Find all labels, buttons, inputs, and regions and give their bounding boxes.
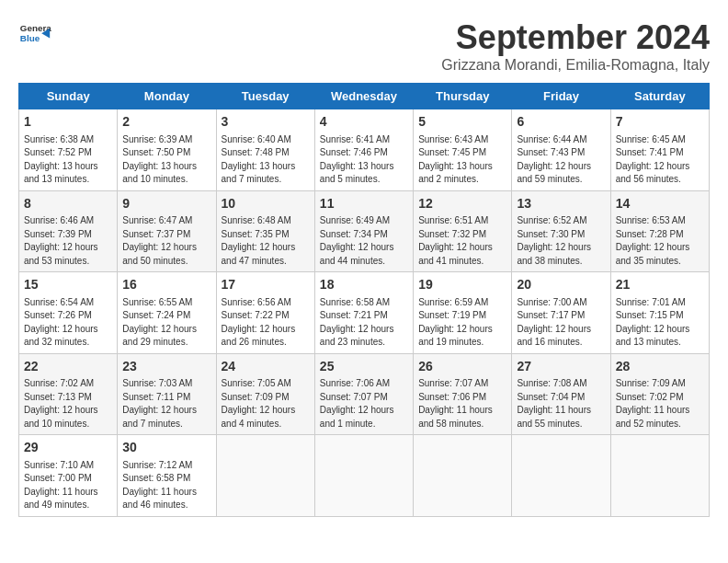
day-info: Sunrise: 7:05 AM Sunset: 7:09 PM Dayligh… xyxy=(222,377,310,431)
day-info: Sunrise: 7:08 AM Sunset: 7:04 PM Dayligh… xyxy=(517,377,605,431)
day-number: 11 xyxy=(320,195,408,213)
day-number: 13 xyxy=(517,195,605,213)
day-info: Sunrise: 6:39 AM Sunset: 7:50 PM Dayligh… xyxy=(122,133,210,187)
week-row-1: 1Sunrise: 6:38 AM Sunset: 7:52 PM Daylig… xyxy=(19,109,710,191)
day-info: Sunrise: 6:53 AM Sunset: 7:28 PM Dayligh… xyxy=(616,214,704,268)
day-info: Sunrise: 6:59 AM Sunset: 7:19 PM Dayligh… xyxy=(418,296,506,350)
day-info: Sunrise: 6:49 AM Sunset: 7:34 PM Dayligh… xyxy=(320,214,408,268)
day-info: Sunrise: 6:58 AM Sunset: 7:21 PM Dayligh… xyxy=(320,296,408,350)
calendar-cell: 21Sunrise: 7:01 AM Sunset: 7:15 PM Dayli… xyxy=(610,272,709,354)
day-number: 10 xyxy=(222,195,310,213)
day-info: Sunrise: 6:40 AM Sunset: 7:48 PM Dayligh… xyxy=(222,133,310,187)
day-number: 9 xyxy=(122,195,210,213)
calendar-cell: 9Sunrise: 6:47 AM Sunset: 7:37 PM Daylig… xyxy=(118,190,216,272)
day-number: 6 xyxy=(517,113,605,132)
day-number: 3 xyxy=(222,113,310,132)
calendar-cell: 18Sunrise: 6:58 AM Sunset: 7:21 PM Dayli… xyxy=(314,272,413,354)
day-number: 30 xyxy=(122,439,210,457)
calendar-cell: 24Sunrise: 7:05 AM Sunset: 7:09 PM Dayli… xyxy=(216,353,314,435)
logo-icon: General Blue xyxy=(18,18,51,52)
calendar-cell: 6Sunrise: 6:44 AM Sunset: 7:43 PM Daylig… xyxy=(512,109,610,191)
day-info: Sunrise: 6:45 AM Sunset: 7:41 PM Dayligh… xyxy=(616,133,704,187)
calendar-cell: 12Sunrise: 6:51 AM Sunset: 7:32 PM Dayli… xyxy=(414,190,512,272)
svg-text:Blue: Blue xyxy=(20,33,40,43)
title-block: September 2024 Grizzana Morandi, Emilia-… xyxy=(441,18,710,74)
day-number: 24 xyxy=(222,358,310,376)
day-info: Sunrise: 7:10 AM Sunset: 7:00 PM Dayligh… xyxy=(24,459,112,512)
calendar-cell: 19Sunrise: 6:59 AM Sunset: 7:19 PM Dayli… xyxy=(414,272,512,354)
page-header: General Blue September 2024 Grizzana Mor… xyxy=(18,18,710,74)
day-number: 12 xyxy=(418,195,506,213)
calendar-cell: 15Sunrise: 6:54 AM Sunset: 7:26 PM Dayli… xyxy=(19,272,118,354)
weekday-header-sunday: Sunday xyxy=(19,84,118,109)
week-row-2: 8Sunrise: 6:46 AM Sunset: 7:39 PM Daylig… xyxy=(19,190,710,272)
calendar-cell: 20Sunrise: 7:00 AM Sunset: 7:17 PM Dayli… xyxy=(512,272,610,354)
day-info: Sunrise: 6:52 AM Sunset: 7:30 PM Dayligh… xyxy=(517,214,605,268)
day-info: Sunrise: 6:44 AM Sunset: 7:43 PM Dayligh… xyxy=(517,133,605,187)
day-number: 26 xyxy=(418,358,506,376)
day-number: 8 xyxy=(24,195,112,213)
weekday-header-monday: Monday xyxy=(118,84,216,109)
week-row-3: 15Sunrise: 6:54 AM Sunset: 7:26 PM Dayli… xyxy=(19,272,710,354)
day-info: Sunrise: 7:12 AM Sunset: 6:58 PM Dayligh… xyxy=(122,459,210,512)
day-number: 23 xyxy=(122,358,210,376)
calendar-cell xyxy=(216,435,314,517)
day-info: Sunrise: 7:00 AM Sunset: 7:17 PM Dayligh… xyxy=(517,296,605,350)
day-info: Sunrise: 6:48 AM Sunset: 7:35 PM Dayligh… xyxy=(222,214,310,268)
day-info: Sunrise: 6:47 AM Sunset: 7:37 PM Dayligh… xyxy=(122,214,210,268)
day-number: 15 xyxy=(24,276,112,294)
day-info: Sunrise: 7:09 AM Sunset: 7:02 PM Dayligh… xyxy=(616,377,704,431)
day-info: Sunrise: 6:43 AM Sunset: 7:45 PM Dayligh… xyxy=(418,133,506,187)
day-info: Sunrise: 7:03 AM Sunset: 7:11 PM Dayligh… xyxy=(122,377,210,431)
day-number: 19 xyxy=(418,276,506,294)
day-number: 16 xyxy=(122,276,210,294)
day-info: Sunrise: 6:46 AM Sunset: 7:39 PM Dayligh… xyxy=(24,214,112,268)
calendar-cell: 2Sunrise: 6:39 AM Sunset: 7:50 PM Daylig… xyxy=(118,109,216,191)
day-info: Sunrise: 7:01 AM Sunset: 7:15 PM Dayligh… xyxy=(616,296,704,350)
weekday-header-saturday: Saturday xyxy=(610,84,709,109)
day-info: Sunrise: 6:41 AM Sunset: 7:46 PM Dayligh… xyxy=(320,133,408,187)
day-number: 20 xyxy=(517,276,605,294)
calendar-cell: 16Sunrise: 6:55 AM Sunset: 7:24 PM Dayli… xyxy=(118,272,216,354)
week-row-4: 22Sunrise: 7:02 AM Sunset: 7:13 PM Dayli… xyxy=(19,353,710,435)
calendar-cell: 8Sunrise: 6:46 AM Sunset: 7:39 PM Daylig… xyxy=(19,190,118,272)
calendar-cell: 25Sunrise: 7:06 AM Sunset: 7:07 PM Dayli… xyxy=(314,353,413,435)
weekday-header-row: SundayMondayTuesdayWednesdayThursdayFrid… xyxy=(19,84,710,109)
day-number: 5 xyxy=(418,113,506,132)
weekday-header-friday: Friday xyxy=(512,84,610,109)
calendar-cell: 30Sunrise: 7:12 AM Sunset: 6:58 PM Dayli… xyxy=(118,435,216,517)
calendar-cell: 17Sunrise: 6:56 AM Sunset: 7:22 PM Dayli… xyxy=(216,272,314,354)
day-info: Sunrise: 6:56 AM Sunset: 7:22 PM Dayligh… xyxy=(222,296,310,350)
calendar-cell: 1Sunrise: 6:38 AM Sunset: 7:52 PM Daylig… xyxy=(19,109,118,191)
calendar-cell: 14Sunrise: 6:53 AM Sunset: 7:28 PM Dayli… xyxy=(610,190,709,272)
calendar-cell: 4Sunrise: 6:41 AM Sunset: 7:46 PM Daylig… xyxy=(314,109,413,191)
day-info: Sunrise: 6:54 AM Sunset: 7:26 PM Dayligh… xyxy=(24,296,112,350)
day-number: 29 xyxy=(24,439,112,457)
day-info: Sunrise: 6:51 AM Sunset: 7:32 PM Dayligh… xyxy=(418,214,506,268)
day-number: 25 xyxy=(320,358,408,376)
calendar-cell: 3Sunrise: 6:40 AM Sunset: 7:48 PM Daylig… xyxy=(216,109,314,191)
day-number: 1 xyxy=(24,113,112,132)
calendar-cell: 11Sunrise: 6:49 AM Sunset: 7:34 PM Dayli… xyxy=(314,190,413,272)
day-info: Sunrise: 7:02 AM Sunset: 7:13 PM Dayligh… xyxy=(24,377,112,431)
calendar-cell: 5Sunrise: 6:43 AM Sunset: 7:45 PM Daylig… xyxy=(414,109,512,191)
calendar-cell: 13Sunrise: 6:52 AM Sunset: 7:30 PM Dayli… xyxy=(512,190,610,272)
day-info: Sunrise: 7:07 AM Sunset: 7:06 PM Dayligh… xyxy=(418,377,506,431)
calendar-cell xyxy=(414,435,512,517)
weekday-header-tuesday: Tuesday xyxy=(216,84,314,109)
day-number: 2 xyxy=(122,113,210,132)
calendar-cell: 22Sunrise: 7:02 AM Sunset: 7:13 PM Dayli… xyxy=(19,353,118,435)
week-row-5: 29Sunrise: 7:10 AM Sunset: 7:00 PM Dayli… xyxy=(19,435,710,517)
day-number: 21 xyxy=(616,276,704,294)
calendar-cell: 10Sunrise: 6:48 AM Sunset: 7:35 PM Dayli… xyxy=(216,190,314,272)
day-number: 7 xyxy=(616,113,704,132)
day-number: 22 xyxy=(24,358,112,376)
calendar-cell xyxy=(512,435,610,517)
calendar-cell: 28Sunrise: 7:09 AM Sunset: 7:02 PM Dayli… xyxy=(610,353,709,435)
day-number: 18 xyxy=(320,276,408,294)
calendar-cell: 27Sunrise: 7:08 AM Sunset: 7:04 PM Dayli… xyxy=(512,353,610,435)
day-number: 17 xyxy=(222,276,310,294)
day-number: 28 xyxy=(616,358,704,376)
weekday-header-wednesday: Wednesday xyxy=(314,84,413,109)
calendar-subtitle: Grizzana Morandi, Emilia-Romagna, Italy xyxy=(441,57,710,74)
